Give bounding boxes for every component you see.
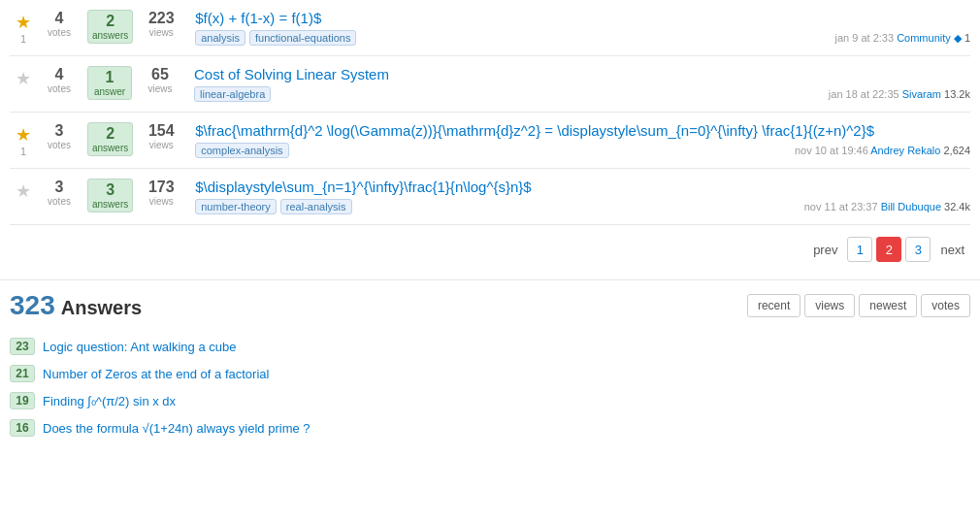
question-row: ★14votes2answers223views$f(x) + f(1-x) =… [10, 0, 970, 56]
answer-item: 16Does the formula √(1+24n) always yield… [10, 414, 970, 441]
question-title[interactable]: $\displaystyle\sum_{n=1}^{\infty}\frac{1… [195, 179, 970, 195]
answer-vote-count: 21 [10, 365, 35, 382]
stats-col: 4votes1answer65views [37, 66, 182, 100]
tag[interactable]: analysis [195, 30, 245, 46]
answers-box: 2answers [87, 122, 133, 156]
star-col: ★ [10, 66, 37, 89]
votes-label: votes [48, 196, 71, 207]
view-count: 154 [148, 122, 175, 140]
question-content: $\frac{\mathrm{d}^2 \log(\Gamma(z))}{\ma… [195, 122, 970, 158]
answers-section: 323 Answers recentviewsnewestvotes 23Log… [0, 279, 980, 451]
tags-meta: linear-algebrajan 18 at 22:35 Sivaram 13… [194, 86, 970, 102]
star-icon[interactable]: ★ [16, 68, 31, 89]
answer-count: 1 [106, 69, 114, 86]
vote-count: 3 [55, 122, 64, 140]
vote-count: 3 [55, 179, 64, 196]
question-content: Cost of Solving Linear Systemlinear-alge… [194, 66, 970, 102]
star-col: ★ [10, 179, 37, 202]
user-reputation: 13.2k [944, 88, 970, 100]
view-count: 173 [148, 179, 175, 196]
page-1-button[interactable]: 1 [847, 237, 872, 262]
meta-date: jan 9 at 2:33 [835, 32, 898, 44]
user-link[interactable]: Bill Dubuque [881, 201, 941, 212]
answer-item: 23Logic question: Ant walking a cube [10, 333, 970, 360]
question-title[interactable]: Cost of Solving Linear System [194, 66, 970, 82]
user-link[interactable]: Community ◆ [897, 32, 962, 44]
sort-tabs: recentviewsnewestvotes [747, 294, 970, 317]
star-icon[interactable]: ★ [16, 124, 31, 146]
votes-box: 3votes [37, 122, 82, 150]
meta-date: nov 10 at 19:46 [795, 145, 870, 156]
answer-count: 2 [106, 13, 114, 30]
sort-tab-votes[interactable]: votes [921, 294, 970, 317]
answers-box: 2answers [87, 10, 133, 44]
answers-count-label: Answers [61, 297, 142, 319]
question-title[interactable]: $\frac{\mathrm{d}^2 \log(\Gamma(z))}{\ma… [195, 122, 970, 139]
meta-info: jan 9 at 2:33 Community ◆ 1 [835, 32, 970, 45]
tags: linear-algebra [194, 86, 271, 102]
votes-label: votes [48, 140, 71, 150]
meta-info: jan 18 at 22:35 Sivaram 13.2k [829, 88, 970, 100]
meta-date: jan 18 at 22:35 [829, 88, 902, 100]
user-reputation: 32.4k [944, 201, 970, 212]
views-box: 65views [138, 66, 182, 94]
votes-box: 4votes [37, 10, 82, 38]
answer-title-link[interactable]: Finding ∫₀^(π/2) sin x dx [43, 394, 176, 408]
answer-items-list: 23Logic question: Ant walking a cube21Nu… [10, 333, 970, 441]
answer-count: 2 [106, 125, 114, 143]
answer-count: 3 [106, 181, 114, 199]
tag[interactable]: real-analysis [280, 199, 352, 214]
view-count: 223 [148, 10, 175, 27]
views-label: views [149, 27, 174, 38]
answers-label: answers [92, 143, 128, 153]
tag[interactable]: linear-algebra [194, 86, 271, 102]
sort-tab-recent[interactable]: recent [747, 294, 800, 317]
tag[interactable]: functional-equations [249, 30, 356, 46]
meta-info: nov 10 at 19:46 Andrey Rekalo 2,624 [795, 145, 970, 156]
answer-title-link[interactable]: Does the formula √(1+24n) always yield p… [43, 421, 310, 436]
tags-meta: complex-analysisnov 10 at 19:46 Andrey R… [195, 143, 970, 158]
answer-title-link[interactable]: Logic question: Ant walking a cube [43, 340, 236, 354]
star-col: ★1 [10, 122, 37, 157]
user-link[interactable]: Sivaram [902, 88, 941, 100]
answers-label: answers [92, 199, 128, 210]
answers-box: 3answers [87, 179, 133, 212]
votes-box: 4votes [37, 66, 82, 94]
view-count: 65 [151, 66, 169, 83]
tags: analysisfunctional-equations [195, 30, 356, 46]
views-label: views [149, 140, 174, 150]
stats-col: 3votes3answers173views [37, 179, 183, 212]
answers-header: 323 Answers recentviewsnewestvotes [10, 290, 970, 321]
answer-vote-count: 23 [10, 338, 35, 355]
user-reputation: 1 [964, 32, 970, 44]
votes-label: votes [48, 83, 71, 94]
views-box: 223views [139, 10, 183, 38]
answers-box: 1answer [87, 66, 132, 100]
views-label: views [147, 83, 172, 94]
page-2-button[interactable]: 2 [876, 237, 901, 262]
star-icon[interactable]: ★ [16, 180, 31, 202]
answer-title-link[interactable]: Number of Zeros at the end of a factoria… [43, 367, 269, 381]
user-link[interactable]: Andrey Rekalo [870, 145, 940, 156]
question-title[interactable]: $f(x) + f(1-x) = f(1)$ [195, 10, 970, 26]
stats-col: 4votes2answers223views [37, 10, 183, 44]
prev-page-button[interactable]: prev [807, 237, 843, 262]
question-content: $\displaystyle\sum_{n=1}^{\infty}\frac{1… [195, 179, 970, 214]
next-page-button[interactable]: next [934, 237, 970, 262]
favorite-count: 1 [20, 146, 26, 157]
tag[interactable]: number-theory [195, 199, 277, 214]
star-icon[interactable]: ★ [16, 12, 31, 33]
favorite-count: 1 [20, 33, 26, 45]
sort-tab-newest[interactable]: newest [859, 294, 917, 317]
question-row: ★3votes3answers173views$\displaystyle\su… [10, 169, 970, 225]
question-row: ★4votes1answer65viewsCost of Solving Lin… [10, 56, 970, 113]
sort-tab-views[interactable]: views [804, 294, 855, 317]
answers-count: 323 Answers [10, 290, 142, 321]
page-3-button[interactable]: 3 [905, 237, 931, 262]
vote-count: 4 [55, 66, 64, 83]
user-reputation: 2,624 [943, 145, 970, 156]
star-col: ★1 [10, 10, 37, 45]
stats-col: 3votes2answers154views [37, 122, 183, 156]
tag[interactable]: complex-analysis [195, 143, 288, 158]
views-box: 154views [139, 122, 183, 150]
